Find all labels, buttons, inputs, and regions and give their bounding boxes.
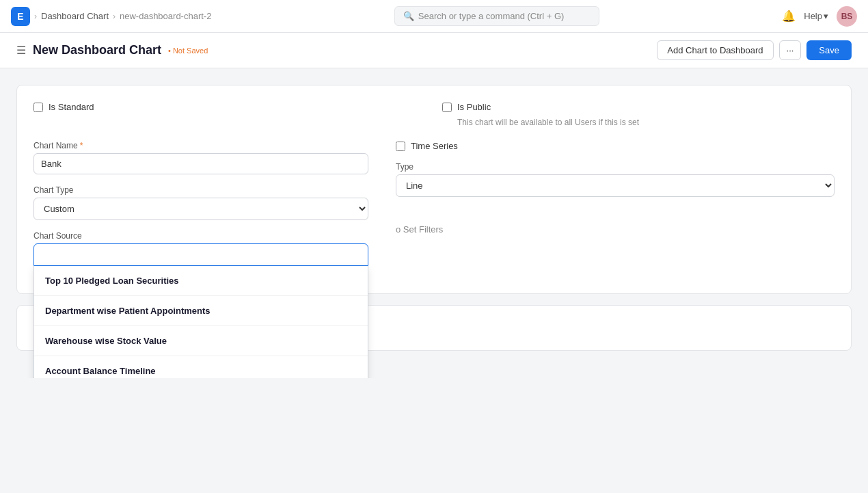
topbar-right: 🔔 Help ▾ BS [782, 6, 857, 27]
breadcrumb-current: new-dashboard-chart-2 [120, 11, 211, 21]
set-filters-area: o Set Filters [396, 224, 835, 235]
time-series-group: Time Series [396, 141, 835, 151]
main-card: Is Standard Is Public This chart will be… [16, 85, 852, 294]
dropdown-item-4[interactable]: Account Balance Timeline [34, 356, 368, 378]
chart-name-group: Chart Name * [33, 141, 368, 174]
search-bar-text: Search or type a command (Ctrl + G) [418, 11, 565, 21]
page-title: New Dashboard Chart [33, 43, 161, 57]
topbar-left: E › Dashboard Chart › new-dashboard-char… [11, 7, 211, 26]
help-chevron-icon: ▾ [824, 11, 828, 21]
not-saved-text: Not Saved [173, 46, 208, 55]
time-series-label: Time Series [411, 141, 458, 151]
type-select[interactable]: Line Bar Pie Donut [396, 174, 835, 197]
chart-source-group: Chart Source Top 10 Pledged Loan Securit… [33, 231, 368, 266]
save-button[interactable]: Save [806, 40, 852, 60]
time-series-row: Time Series [396, 141, 835, 151]
more-options-button[interactable]: ··· [779, 40, 802, 60]
is-public-checkbox[interactable] [442, 103, 452, 112]
form-right-col: Time Series Type Line Bar Pie Donut o Se… [396, 141, 835, 277]
time-series-checkbox[interactable] [396, 142, 405, 151]
not-saved-badge: • Not Saved [168, 46, 208, 55]
dot-icon: • [168, 46, 171, 55]
is-public-row: Is Public [442, 102, 835, 112]
add-chart-button[interactable]: Add Chart to Dashboard [657, 40, 773, 60]
help-label: Help [804, 11, 822, 21]
set-filters-text: o Set Filters [396, 224, 443, 235]
main-content: Is Standard Is Public This chart will be… [0, 68, 868, 378]
chart-name-input[interactable] [33, 153, 368, 174]
chart-source-dropdown-container: Top 10 Pledged Loan Securities Departmen… [33, 243, 368, 266]
chart-source-label: Chart Source [33, 231, 368, 241]
search-icon: 🔍 [403, 11, 414, 21]
breadcrumb-sep-2: › [113, 12, 116, 21]
topbar: E › Dashboard Chart › new-dashboard-char… [0, 0, 868, 33]
app-icon[interactable]: E [11, 7, 30, 26]
form-two-col: Chart Name * Chart Type Custom Line Bar … [33, 141, 835, 277]
is-public-section: Is Public This chart will be available t… [442, 102, 835, 127]
breadcrumb-sep-1: › [34, 12, 37, 21]
type-group: Type Line Bar Pie Donut [396, 162, 835, 197]
chart-source-dropdown: Top 10 Pledged Loan Securities Departmen… [33, 266, 368, 378]
form-top-grid: Is Standard Is Public This chart will be… [33, 102, 835, 127]
help-button[interactable]: Help ▾ [804, 11, 828, 21]
type-label: Type [396, 162, 835, 172]
page-header-left: ☰ New Dashboard Chart • Not Saved [16, 43, 208, 57]
required-star: * [80, 141, 83, 150]
is-public-desc: This chart will be available to all User… [457, 118, 835, 127]
avatar[interactable]: BS [837, 6, 857, 27]
chart-type-select[interactable]: Custom Line Bar Pie [33, 198, 368, 220]
chart-type-group: Chart Type Custom Line Bar Pie [33, 185, 368, 220]
is-standard-row: Is Standard [33, 102, 426, 112]
page-header-right: Add Chart to Dashboard ··· Save [657, 40, 852, 60]
is-standard-section: Is Standard [33, 102, 426, 127]
topbar-center: 🔍 Search or type a command (Ctrl + G) [394, 6, 599, 26]
dropdown-item-2[interactable]: Department wise Patient Appointments [34, 296, 368, 326]
is-standard-checkbox[interactable] [33, 103, 43, 112]
search-bar[interactable]: 🔍 Search or type a command (Ctrl + G) [394, 6, 599, 26]
dropdown-item-1[interactable]: Top 10 Pledged Loan Securities [34, 266, 368, 296]
chart-type-label: Chart Type [33, 185, 368, 195]
breadcrumb-parent[interactable]: Dashboard Chart [41, 11, 109, 21]
chart-source-input[interactable] [33, 243, 368, 266]
form-left-col: Chart Name * Chart Type Custom Line Bar … [33, 141, 368, 277]
is-public-label: Is Public [457, 102, 491, 112]
notification-button[interactable]: 🔔 [782, 10, 796, 23]
menu-icon[interactable]: ☰ [16, 44, 26, 57]
dropdown-item-3[interactable]: Warehouse wise Stock Value [34, 326, 368, 356]
chart-name-label: Chart Name * [33, 141, 368, 150]
is-standard-label: Is Standard [49, 102, 94, 112]
page-header: ☰ New Dashboard Chart • Not Saved Add Ch… [0, 33, 868, 68]
